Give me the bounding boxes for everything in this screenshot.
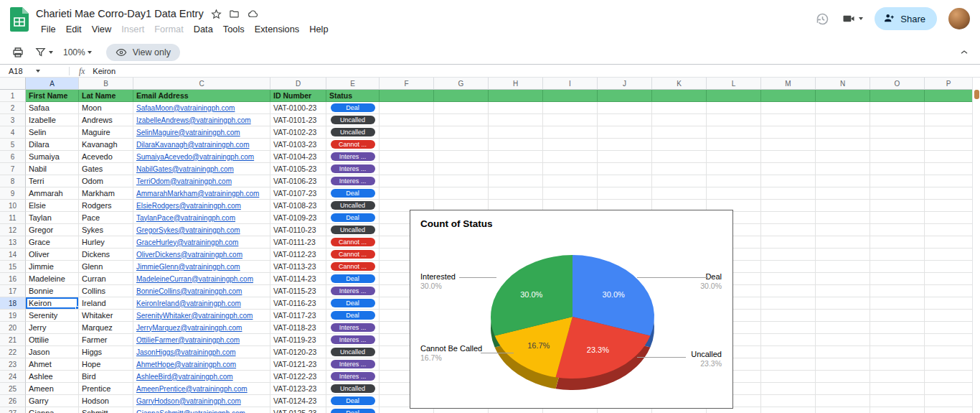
vertical-scrollbar[interactable] bbox=[972, 78, 980, 413]
cell-B23[interactable]: Hope bbox=[79, 358, 133, 371]
email-link[interactable]: SumaiyaAcevedo@vatrainingph.com bbox=[133, 153, 254, 161]
cell-P20[interactable] bbox=[925, 322, 973, 334]
cell-J3[interactable] bbox=[598, 114, 652, 126]
cell-P22[interactable] bbox=[925, 346, 973, 358]
cell-D1[interactable]: ID Number bbox=[270, 90, 326, 102]
cell-M21[interactable] bbox=[761, 334, 816, 346]
print-button[interactable] bbox=[11, 46, 24, 59]
cell-M18[interactable] bbox=[761, 297, 816, 310]
column-header-P[interactable]: P bbox=[925, 78, 973, 90]
menu-edit[interactable]: Edit bbox=[61, 22, 87, 36]
cell-N3[interactable] bbox=[816, 114, 870, 126]
column-header-N[interactable]: N bbox=[816, 78, 870, 90]
cell-D11[interactable]: VAT-0109-23 bbox=[270, 212, 326, 224]
row-header-27[interactable]: 27 bbox=[0, 407, 26, 413]
cell-M20[interactable] bbox=[761, 322, 816, 334]
cell-D10[interactable]: VAT-0108-23 bbox=[270, 200, 326, 212]
cell-M6[interactable] bbox=[761, 151, 816, 163]
row-header-2[interactable]: 2 bbox=[0, 102, 26, 114]
cell-D15[interactable]: VAT-0113-23 bbox=[270, 261, 326, 273]
cell-M14[interactable] bbox=[761, 249, 816, 261]
cell-B22[interactable]: Higgs bbox=[79, 346, 133, 358]
row-header-12[interactable]: 12 bbox=[0, 224, 26, 236]
cell-J1[interactable] bbox=[598, 90, 652, 102]
cell-A4[interactable]: Selin bbox=[26, 126, 79, 139]
cell-F8[interactable] bbox=[380, 175, 434, 187]
cell-I4[interactable] bbox=[543, 126, 598, 139]
cell-M23[interactable] bbox=[761, 358, 816, 371]
cell-N27[interactable] bbox=[816, 407, 870, 413]
cell-N24[interactable] bbox=[816, 371, 870, 383]
column-header-A[interactable]: A bbox=[26, 78, 79, 90]
cell-E14[interactable]: Cannot ... bbox=[326, 249, 380, 261]
email-link[interactable]: AmmarahMarkham@vatrainingph.com bbox=[133, 190, 259, 198]
cell-B13[interactable]: Hurley bbox=[79, 236, 133, 249]
cell-F9[interactable] bbox=[380, 187, 434, 200]
row-header-8[interactable]: 8 bbox=[0, 175, 26, 187]
cell-I5[interactable] bbox=[543, 139, 598, 151]
cell-E1[interactable]: Status bbox=[326, 90, 380, 102]
meet-camera-icon[interactable] bbox=[842, 11, 863, 26]
cell-K9[interactable] bbox=[652, 187, 707, 200]
cell-D9[interactable]: VAT-0107-23 bbox=[270, 187, 326, 200]
cell-C10[interactable]: ElsieRodgers@vatrainingph.com bbox=[133, 200, 270, 212]
cell-D27[interactable]: VAT-0125-23 bbox=[270, 407, 326, 413]
status-pie-chart[interactable]: Count of Status 30.0%23.3%16.7%30.0% Int… bbox=[410, 210, 733, 409]
cell-P23[interactable] bbox=[925, 358, 973, 371]
menu-help[interactable]: Help bbox=[304, 22, 333, 36]
cell-F7[interactable] bbox=[380, 163, 434, 175]
cell-O17[interactable] bbox=[870, 285, 925, 297]
cell-C18[interactable]: KeironIreland@vatrainingph.com bbox=[133, 297, 270, 310]
cell-P21[interactable] bbox=[925, 334, 973, 346]
cell-O4[interactable] bbox=[870, 126, 925, 139]
cell-B3[interactable]: Andrews bbox=[79, 114, 133, 126]
email-link[interactable]: GraceHurley@vatrainingph.com bbox=[133, 238, 238, 246]
cell-M8[interactable] bbox=[761, 175, 816, 187]
menu-file[interactable]: File bbox=[36, 22, 61, 36]
cell-M24[interactable] bbox=[761, 371, 816, 383]
cell-G9[interactable] bbox=[434, 187, 489, 200]
cell-P11[interactable] bbox=[925, 212, 973, 224]
row-header-22[interactable]: 22 bbox=[0, 346, 26, 358]
row-header-9[interactable]: 9 bbox=[0, 187, 26, 200]
cell-N21[interactable] bbox=[816, 334, 870, 346]
menu-view[interactable]: View bbox=[87, 22, 117, 36]
cell-J6[interactable] bbox=[598, 151, 652, 163]
cell-N12[interactable] bbox=[816, 224, 870, 236]
row-header-5[interactable]: 5 bbox=[0, 139, 26, 151]
cell-P27[interactable] bbox=[925, 407, 973, 413]
cell-A13[interactable]: Grace bbox=[26, 236, 79, 249]
name-box[interactable]: A18 bbox=[0, 65, 63, 77]
cell-O20[interactable] bbox=[870, 322, 925, 334]
cell-P18[interactable] bbox=[925, 297, 973, 310]
cell-E13[interactable]: Cannot ... bbox=[326, 236, 380, 249]
cell-O21[interactable] bbox=[870, 334, 925, 346]
cell-A7[interactable]: Nabil bbox=[26, 163, 79, 175]
cell-O22[interactable] bbox=[870, 346, 925, 358]
cell-O6[interactable] bbox=[870, 151, 925, 163]
cell-N5[interactable] bbox=[816, 139, 870, 151]
cell-O27[interactable] bbox=[870, 407, 925, 413]
cell-M19[interactable] bbox=[761, 310, 816, 322]
cell-P19[interactable] bbox=[925, 310, 973, 322]
cell-P3[interactable] bbox=[925, 114, 973, 126]
cell-E21[interactable]: Interes ... bbox=[326, 334, 380, 346]
cell-O3[interactable] bbox=[870, 114, 925, 126]
cell-O1[interactable] bbox=[870, 90, 925, 102]
email-link[interactable]: JimmieGlenn@vatrainingph.com bbox=[133, 263, 240, 271]
cell-P9[interactable] bbox=[925, 187, 973, 200]
row-header-21[interactable]: 21 bbox=[0, 334, 26, 346]
cell-H6[interactable] bbox=[489, 151, 543, 163]
cell-H4[interactable] bbox=[489, 126, 543, 139]
cell-A8[interactable]: Terri bbox=[26, 175, 79, 187]
cell-E27[interactable]: Deal bbox=[326, 407, 380, 413]
cell-B21[interactable]: Farmer bbox=[79, 334, 133, 346]
cell-B15[interactable]: Glenn bbox=[79, 261, 133, 273]
cell-D4[interactable]: VAT-0102-23 bbox=[270, 126, 326, 139]
email-link[interactable]: BonnieCollins@vatrainingph.com bbox=[133, 287, 242, 295]
cell-D24[interactable]: VAT-0122-23 bbox=[270, 371, 326, 383]
cell-H2[interactable] bbox=[489, 102, 543, 114]
cell-O8[interactable] bbox=[870, 175, 925, 187]
cell-E25[interactable]: Uncalled bbox=[326, 383, 380, 395]
column-header-H[interactable]: H bbox=[489, 78, 543, 90]
